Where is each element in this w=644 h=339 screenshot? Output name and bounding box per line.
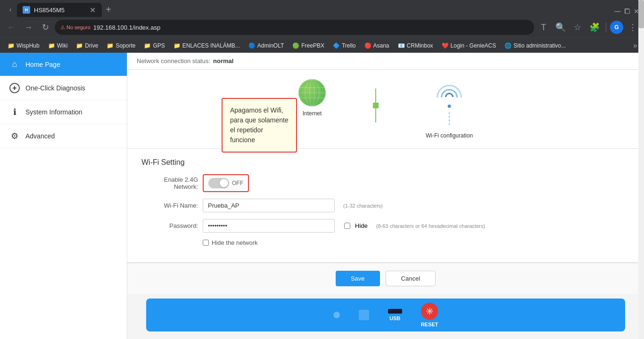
hide-network-label[interactable]: Hide the network bbox=[212, 239, 258, 246]
reset-icon: ✳ bbox=[426, 306, 434, 317]
sidebar-item-home-page[interactable]: ⌂ Home Page bbox=[0, 53, 127, 76]
save-button[interactable]: Save bbox=[336, 271, 380, 286]
crm-icon: 📧 bbox=[398, 42, 405, 49]
bookmark-wispHub[interactable]: 📁 WispHub bbox=[4, 40, 43, 51]
bookmark-label: Login - GenieACS bbox=[451, 42, 496, 49]
reload-button[interactable]: ↻ bbox=[38, 20, 53, 35]
toolbar-right: T 🔍 ☆ 🧩 G ⋮ bbox=[536, 20, 640, 35]
profile-button[interactable]: G bbox=[610, 21, 623, 34]
sidebar-item-one-click-diagnosis[interactable]: + One-Click Diagnosis bbox=[0, 76, 127, 100]
reset-button[interactable]: ✳ bbox=[421, 303, 438, 320]
network-status-value: normal bbox=[213, 57, 233, 65]
folder-icon: 📁 bbox=[173, 42, 181, 49]
bookmark-label: Drive bbox=[85, 42, 98, 49]
bookmarks-bar: 📁 WispHub 📁 Wiki 📁 Drive 📁 Soporte 📁 GPS… bbox=[0, 38, 644, 53]
bookmark-asana[interactable]: 🔴 Asana bbox=[361, 40, 393, 51]
wifi-name-hint: (1-32 characters) bbox=[343, 203, 383, 209]
enable-24g-row: Enable 2.4G Network: OFF bbox=[141, 174, 630, 192]
annotation-text: Apagamos el Wifi, para que solamente el … bbox=[230, 106, 289, 144]
bookmark-soporte[interactable]: 📁 Soporte bbox=[103, 40, 139, 51]
hide-password-label[interactable]: Hide bbox=[355, 222, 368, 229]
connection-dot bbox=[373, 103, 379, 108]
usb-port: USB bbox=[388, 309, 402, 321]
device-leds bbox=[333, 312, 340, 318]
tab-title: HS8545M5 bbox=[34, 7, 85, 14]
bookmark-crminbox[interactable]: 📧 CRMinbox bbox=[394, 40, 437, 51]
password-input[interactable] bbox=[203, 219, 335, 233]
internet-node: Internet bbox=[298, 79, 326, 117]
bookmark-sitio[interactable]: 🌐 Sitio administrativo... bbox=[501, 40, 570, 51]
tab-scroll-left[interactable]: ‹ bbox=[4, 3, 17, 16]
folder-icon: 📁 bbox=[76, 42, 83, 49]
scrollbar-track[interactable] bbox=[638, 53, 644, 339]
tab-favicon: H bbox=[23, 6, 30, 14]
led-1 bbox=[333, 312, 340, 318]
address-bar[interactable]: ⚠ No seguro 192.168.100.1/index.asp bbox=[55, 20, 534, 35]
sidebar-item-label: Advanced bbox=[25, 132, 55, 140]
wifi-settings-section: Wi-Fi Setting Enable 2.4G Network: OFF W… bbox=[127, 149, 644, 263]
bookmark-button[interactable]: ☆ bbox=[570, 20, 585, 35]
bookmark-label: CRMinbox bbox=[407, 42, 433, 49]
minimize-button[interactable]: ─ bbox=[614, 8, 621, 15]
folder-icon: 📁 bbox=[107, 42, 114, 49]
bookmark-freepbx[interactable]: 🟢 FreePBX bbox=[289, 40, 328, 51]
tab-close-button[interactable]: ✕ bbox=[89, 6, 96, 14]
toggle-container[interactable]: OFF bbox=[203, 174, 249, 192]
device-icon bbox=[359, 310, 369, 320]
gear-icon: ⚙ bbox=[9, 131, 20, 141]
hide-network-checkbox[interactable] bbox=[203, 240, 209, 246]
admin-icon: 🔵 bbox=[248, 42, 256, 49]
connection-line-group bbox=[373, 79, 379, 122]
connection-line-bottom bbox=[375, 108, 376, 122]
cancel-button[interactable]: Cancel bbox=[386, 271, 436, 286]
sidebar-item-label: One-Click Diagnosis bbox=[25, 84, 85, 92]
bookmark-label: GPS bbox=[153, 42, 165, 49]
bookmark-label: ENLACES INALÁMB... bbox=[182, 42, 240, 49]
network-diagram: Internet bbox=[127, 70, 644, 149]
browser-tab[interactable]: H HS8545M5 ✕ bbox=[17, 3, 102, 17]
wifi-config-label: Wi-Fi configuration bbox=[426, 132, 473, 139]
url-text: 192.168.100.1/index.asp bbox=[93, 24, 528, 31]
wifi-name-row: Wi-Fi Name: (1-32 characters) bbox=[141, 199, 630, 212]
bookmark-adminolt[interactable]: 🔵 AdminOLT bbox=[245, 40, 288, 51]
translate-button[interactable]: T bbox=[536, 20, 551, 35]
bookmark-label: Sitio administrativo... bbox=[513, 42, 566, 49]
hide-password-checkbox[interactable] bbox=[344, 223, 350, 229]
bookmark-trello[interactable]: 🔷 Trello bbox=[329, 40, 360, 51]
toggle-knob bbox=[220, 179, 228, 187]
maximize-button[interactable]: ⧠ bbox=[623, 8, 631, 15]
zoom-button[interactable]: 🔍 bbox=[553, 20, 568, 35]
asana-icon: 🔴 bbox=[364, 42, 372, 49]
password-row: Password: Hide (8-63 characters or 64 he… bbox=[141, 219, 630, 233]
sidebar-item-label: System Information bbox=[25, 108, 83, 116]
bookmark-label: FreePBX bbox=[301, 42, 324, 49]
bookmark-drive[interactable]: 📁 Drive bbox=[72, 40, 102, 51]
toolbar: ← → ↻ ⚠ No seguro 192.168.100.1/index.as… bbox=[0, 17, 644, 38]
bookmark-gps[interactable]: 📁 GPS bbox=[140, 40, 168, 51]
network-status-bar: Network connection status: normal bbox=[127, 53, 644, 70]
folder-icon: 📁 bbox=[8, 42, 15, 49]
wifi-name-label: Wi-Fi Name: bbox=[141, 202, 198, 209]
usb-icon bbox=[388, 309, 402, 314]
wifi-name-input[interactable] bbox=[203, 199, 335, 212]
wifi-config-node[interactable]: Wi-Fi configuration bbox=[426, 79, 473, 139]
sidebar-item-system-information[interactable]: ℹ System Information bbox=[0, 100, 127, 124]
extensions-button[interactable]: 🧩 bbox=[587, 20, 602, 35]
back-button[interactable]: ← bbox=[4, 20, 19, 35]
bookmark-genieacs[interactable]: ❤️ Login - GenieACS bbox=[438, 40, 500, 51]
device-diagram-wrapper: USB ✳ RESET bbox=[127, 299, 644, 339]
sidebar-item-advanced[interactable]: ⚙ Advanced bbox=[0, 124, 127, 148]
device-diagram: USB ✳ RESET bbox=[146, 299, 625, 331]
toggle-switch[interactable] bbox=[208, 178, 229, 188]
diagnosis-icon: + bbox=[9, 83, 20, 93]
home-icon: ⌂ bbox=[9, 59, 20, 69]
bookmark-wiki[interactable]: 📁 Wiki bbox=[44, 40, 72, 51]
sidebar: ⌂ Home Page + One-Click Diagnosis ℹ Syst… bbox=[0, 53, 127, 339]
new-tab-button[interactable]: + bbox=[102, 3, 115, 16]
forward-button[interactable]: → bbox=[21, 20, 36, 35]
bookmark-label: AdminOLT bbox=[257, 42, 284, 49]
password-label: Password: bbox=[141, 222, 198, 229]
bookmark-enlaces[interactable]: 📁 ENLACES INALÁMB... bbox=[170, 40, 244, 51]
info-icon: ℹ bbox=[9, 107, 20, 117]
login-icon: ❤️ bbox=[442, 42, 449, 49]
